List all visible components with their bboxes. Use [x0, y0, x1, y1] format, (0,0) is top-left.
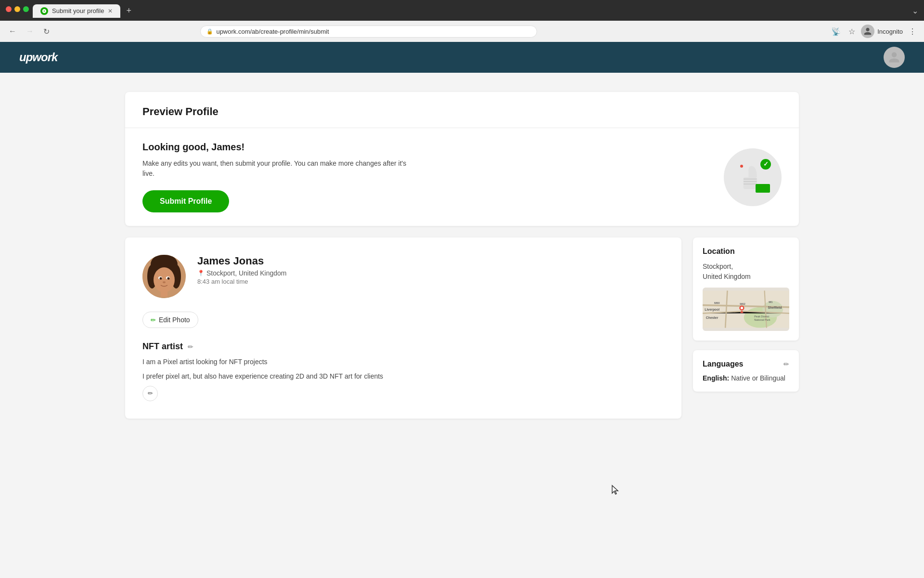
- language-level: Native or Bilingual: [731, 374, 785, 382]
- profile-name-block: James Jonas 📍 Stockport, United Kingdom …: [197, 255, 287, 285]
- svg-point-11: [160, 277, 162, 280]
- svg-rect-2: [744, 181, 757, 182]
- thumbs-illustration: ✓: [724, 148, 782, 206]
- profile-title: NFT artist: [142, 342, 183, 352]
- profile-title-row: NFT artist ✏: [142, 342, 664, 352]
- preview-card-text: Looking good, James! Make any edits you …: [142, 142, 412, 212]
- profile-time: 8:43 am local time: [197, 278, 287, 285]
- new-tab-button[interactable]: +: [122, 4, 135, 18]
- svg-text:M60: M60: [714, 302, 720, 304]
- bookmark-icon[interactable]: ☆: [847, 25, 857, 38]
- profile-main-card: James Jonas 📍 Stockport, United Kingdom …: [125, 237, 681, 419]
- incognito-label: Incognito: [877, 28, 903, 35]
- svg-rect-3: [744, 184, 757, 184]
- browser-chrome: Submit your profile ✕ + ⌄: [0, 0, 924, 21]
- preview-description: Make any edits you want, then submit you…: [142, 158, 412, 179]
- languages-widget: Languages ✏ English: Native or Bilingual: [693, 350, 799, 392]
- svg-point-8: [154, 267, 175, 292]
- lock-icon: 🔒: [206, 28, 213, 35]
- active-tab[interactable]: Submit your profile ✕: [33, 4, 120, 18]
- svg-text:National Park: National Park: [754, 318, 770, 321]
- svg-rect-1: [744, 178, 757, 179]
- address-text: upwork.com/ab/create-profile/min/submit: [216, 28, 329, 35]
- profile-location-text: Stockport, United Kingdom: [206, 269, 287, 277]
- green-rect: [756, 184, 770, 193]
- svg-text:M1: M1: [769, 301, 773, 303]
- profile-section: James Jonas 📍 Stockport, United Kingdom …: [125, 237, 799, 419]
- maximize-button[interactable]: [23, 6, 29, 12]
- location-widget-text: Stockport, United Kingdom: [703, 262, 789, 282]
- languages-widget-header: Languages ✏: [703, 360, 789, 368]
- green-check: ✓: [760, 159, 771, 170]
- bio-edit-button[interactable]: ✏: [142, 386, 158, 401]
- svg-text:Liverpool: Liverpool: [705, 308, 719, 312]
- svg-point-12: [167, 277, 170, 280]
- svg-rect-14: [161, 289, 167, 297]
- red-dot: [740, 165, 743, 168]
- profile-location: 📍 Stockport, United Kingdom: [197, 269, 287, 277]
- profile-name: James Jonas: [197, 255, 287, 267]
- preview-greeting: Looking good, James!: [142, 142, 412, 153]
- languages-edit-icon[interactable]: ✏: [783, 360, 789, 368]
- tab-close-icon[interactable]: ✕: [108, 8, 113, 14]
- profile-title-section: NFT artist ✏ I am a Pixel artist looking…: [142, 342, 664, 401]
- incognito-menu[interactable]: Incognito: [861, 25, 903, 38]
- address-bar[interactable]: 🔒 upwork.com/ab/create-profile/min/submi…: [200, 26, 537, 38]
- more-menu-icon[interactable]: ⋮: [907, 25, 918, 38]
- svg-text:Chester: Chester: [706, 316, 719, 319]
- svg-point-13: [163, 281, 166, 283]
- location-pin-icon: 📍: [197, 270, 205, 276]
- location-widget: Location Stockport, United Kingdom: [693, 237, 799, 341]
- pencil-icon: ✏: [151, 316, 156, 324]
- app-header: upwork: [0, 42, 924, 73]
- location-widget-title: Location: [703, 247, 735, 256]
- svg-text:Peak District: Peak District: [754, 315, 770, 318]
- browser-toolbar: ← → ↻ 🔒 upwork.com/ab/create-profile/min…: [0, 21, 924, 42]
- map-widget: M60 M62 M1 Liverpool Sheffield Chester P…: [703, 288, 789, 331]
- toolbar-right: 📡 ☆ Incognito ⋮: [829, 25, 918, 38]
- tab-title: Submit your profile: [52, 7, 104, 14]
- preview-card-header: Preview Profile: [125, 92, 799, 128]
- svg-text:M62: M62: [740, 302, 745, 305]
- language-name: English:: [703, 374, 729, 382]
- profile-sidebar: Location Stockport, United Kingdom: [693, 237, 799, 419]
- svg-text:Sheffield: Sheffield: [768, 306, 782, 309]
- traffic-lights: [6, 6, 29, 12]
- avatar-svg: [142, 255, 186, 298]
- incognito-avatar: [861, 25, 874, 38]
- language-entry: English: Native or Bilingual: [703, 374, 789, 382]
- profile-bio-line2: I prefer pixel art, but also have experi…: [142, 371, 664, 381]
- cast-icon[interactable]: 📡: [829, 25, 843, 38]
- header-avatar[interactable]: [884, 47, 905, 68]
- forward-button[interactable]: →: [23, 26, 37, 37]
- preview-profile-title: Preview Profile: [142, 105, 782, 118]
- map-svg: M60 M62 M1 Liverpool Sheffield Chester P…: [703, 288, 789, 331]
- title-edit-icon[interactable]: ✏: [188, 343, 193, 351]
- reload-button[interactable]: ↻: [40, 26, 52, 37]
- tab-favicon: [40, 7, 48, 15]
- close-button[interactable]: [6, 6, 12, 12]
- edit-photo-button[interactable]: ✏ Edit Photo: [142, 312, 198, 328]
- back-button[interactable]: ←: [6, 26, 19, 37]
- languages-widget-title: Languages: [703, 360, 743, 368]
- upwork-logo: upwork: [19, 51, 57, 64]
- preview-profile-card: Preview Profile Looking good, James! Mak…: [125, 92, 799, 226]
- preview-card-body: Looking good, James! Make any edits you …: [125, 128, 799, 226]
- submit-profile-button[interactable]: Submit Profile: [142, 190, 229, 212]
- tab-more-icon[interactable]: ⌄: [912, 6, 918, 15]
- svg-point-27: [741, 307, 743, 309]
- edit-photo-label: Edit Photo: [159, 316, 190, 324]
- minimize-button[interactable]: [14, 6, 20, 12]
- browser-tabs: Submit your profile ✕ +: [33, 4, 135, 18]
- location-widget-header: Location: [703, 247, 789, 256]
- page-content: Preview Profile Looking good, James! Mak…: [0, 73, 924, 578]
- profile-avatar: [142, 255, 186, 298]
- profile-header: James Jonas 📍 Stockport, United Kingdom …: [142, 255, 664, 298]
- profile-bio-line1: I am a Pixel artist looking for NFT proj…: [142, 356, 664, 367]
